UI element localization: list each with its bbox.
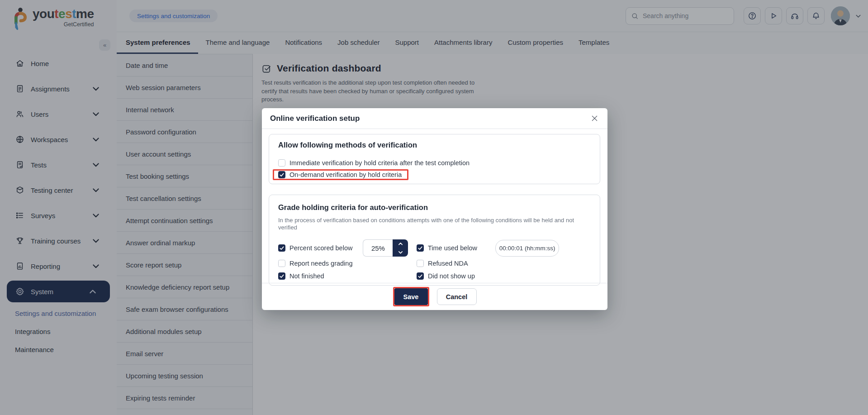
section-subtitle: In the process of verification based on … (278, 217, 591, 231)
checkbox-not-finished[interactable] (278, 272, 285, 280)
modal-close-button[interactable] (589, 114, 599, 124)
option-not-finished: Not finished (278, 272, 417, 280)
chevron-down-icon (398, 249, 403, 255)
save-highlight-annotation: Save (393, 287, 429, 306)
checkbox-refused-nda[interactable] (417, 260, 424, 267)
percent-stepper (363, 239, 408, 257)
option-label: Did not show up (428, 272, 475, 280)
percent-stepper-down-button[interactable] (393, 248, 408, 257)
percent-input[interactable] (363, 239, 393, 257)
option-refused-nda: Refused NDA (417, 260, 468, 267)
online-verification-setup-modal: Online verification setup Allow followin… (262, 108, 607, 310)
checkbox-percent-scored-below[interactable] (278, 244, 285, 252)
option-immediate-verification: Immediate verification by hold criteria … (278, 157, 591, 169)
option-report-needs-grading: Report needs grading (278, 260, 417, 267)
option-label: Refused NDA (428, 260, 468, 267)
chevron-up-icon (398, 241, 403, 247)
option-label: Immediate verification by hold criteria … (289, 159, 470, 167)
time-used-input[interactable] (495, 240, 559, 257)
option-label: On-demand verification by hold criteria (289, 171, 402, 178)
checkbox-on-demand-verification[interactable] (278, 171, 285, 178)
save-button[interactable]: Save (394, 288, 428, 305)
option-label: Percent scored below (289, 244, 352, 252)
option-label: Time used below (428, 244, 477, 252)
checkbox-immediate-verification[interactable] (278, 159, 285, 167)
option-time-used-below: Time used below (417, 240, 559, 257)
checkbox-did-not-show-up[interactable] (417, 272, 424, 280)
section-heading: Allow following methods of verification (278, 140, 591, 150)
option-percent-scored-below: Percent scored below (278, 239, 417, 257)
checkbox-time-used-below[interactable] (417, 244, 424, 252)
option-label: Report needs grading (289, 260, 352, 267)
option-label: Not finished (289, 272, 324, 280)
cancel-button[interactable]: Cancel (437, 288, 477, 305)
option-did-not-show-up: Did not show up (417, 272, 475, 280)
checkbox-report-needs-grading[interactable] (278, 260, 285, 267)
modal-title: Online verification setup (270, 114, 360, 123)
close-icon (591, 115, 598, 122)
percent-stepper-up-button[interactable] (393, 239, 408, 248)
grade-holding-criteria-section: Grade holding criteria for auto-verifica… (269, 195, 600, 286)
section-heading: Grade holding criteria for auto-verifica… (278, 203, 591, 212)
verification-methods-section: Allow following methods of verification … (269, 134, 600, 184)
highlight-annotation-box: On-demand verification by hold criteria (273, 169, 408, 180)
